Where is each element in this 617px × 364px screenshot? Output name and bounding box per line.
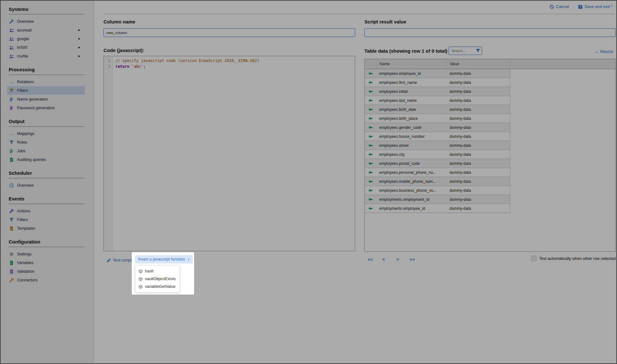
insert-field-arrow-button[interactable] (365, 107, 376, 112)
sidebar-item-processing-filters[interactable]: Filters (7, 86, 85, 95)
sidebar-item-output-mappings[interactable]: ↔Mappings (7, 129, 85, 138)
column-header-name: Name (376, 59, 446, 69)
column-header-blank (365, 59, 376, 69)
insert-field-arrow-button[interactable] (365, 152, 376, 157)
sidebar-item-label: csvfile (17, 54, 28, 58)
sidebar-item-processing-name-generation[interactable]: Name generation (7, 95, 85, 103)
arrow-left-icon (368, 152, 373, 157)
result-panel: Script result value Table data (showing … (364, 1, 616, 299)
table-search (449, 47, 482, 55)
test-script-button[interactable]: Test script (107, 258, 132, 262)
insert-field-arrow-button[interactable] (365, 161, 376, 166)
sidebar-item-label: hr500 (17, 45, 27, 50)
sidebar-item-events-filters[interactable]: Filters (7, 215, 85, 224)
doc-edit-icon (9, 106, 14, 110)
script-result-input[interactable] (364, 28, 616, 37)
insert-function-dropdown-button[interactable]: Insert a javascript function ▼ (135, 255, 193, 263)
sidebar-item-output-auditing-queries[interactable]: Auditing queries (7, 155, 85, 164)
insert-field-arrow-button[interactable] (365, 80, 376, 85)
function-name: vaultObjectExists (145, 277, 176, 281)
arrow-left-icon (368, 134, 373, 139)
sidebar-item-systems-hr500[interactable]: hr500▶ (7, 43, 85, 52)
cancel-button[interactable]: Cancel (550, 4, 569, 9)
page-prev-button[interactable]: < (382, 257, 385, 262)
sidebar-item-events-templates[interactable]: Templates (7, 224, 85, 233)
sidebar-item-systems-azuread[interactable]: azuread▶ (7, 26, 85, 34)
sidebar-item-systems-overview[interactable]: Overview (7, 17, 85, 26)
line-number: 1 (104, 58, 112, 64)
function-menu-item-vaultobjectexists[interactable]: vaultObjectExists (135, 275, 180, 283)
arrow-left-icon (368, 116, 373, 121)
section-title-systems: Systems (9, 6, 85, 14)
sidebar-item-systems-google[interactable]: google▶ (7, 34, 85, 43)
sidebar-item-label: Name generation (17, 97, 48, 102)
pagination: <<<>>> (364, 257, 461, 263)
sidebar-item-processing-relations[interactable]: ↔Relations (7, 77, 85, 86)
insert-field-arrow-button[interactable] (365, 188, 376, 193)
line-number: 2 (104, 64, 112, 69)
sidebar-item-configuration-variables[interactable]: Variables (7, 258, 85, 267)
section-title-configuration: Configuration (9, 239, 85, 247)
function-menu-item-hash[interactable]: hash (135, 267, 180, 275)
row-value: dummy-data (446, 179, 471, 184)
row-name: employees.mobile_phone_num... (376, 179, 446, 184)
chevron-right-icon: ▶ (78, 37, 80, 40)
table-row: employees.business_phone_nu...dummy-data (365, 186, 510, 195)
row-value: dummy-data (446, 161, 471, 166)
row-value: dummy-data (446, 152, 471, 157)
insert-field-arrow-button[interactable] (365, 98, 376, 103)
page-first-button[interactable]: << (368, 257, 373, 262)
column-name-label: Column name (103, 19, 135, 24)
insert-field-arrow-button[interactable] (365, 179, 376, 184)
sidebar-item-label: Filters (17, 218, 28, 222)
table-row: employments.employment_iddummy-data (365, 195, 510, 204)
sidebar-item-label: Validation (17, 269, 34, 274)
row-value: dummy-data (446, 98, 471, 103)
arrow-left-icon (368, 161, 373, 166)
sidebar-item-output-roles[interactable]: Roles (7, 138, 85, 146)
sidebar-item-configuration-settings[interactable]: ⚙Settings (7, 250, 85, 258)
table-row: employments.employee_iddummy-data (365, 204, 510, 213)
page-last-button[interactable]: >> (410, 257, 415, 262)
sidebar-item-label: Settings (17, 252, 31, 256)
code-line: // specify javascript code (version Ecma… (115, 58, 259, 64)
arrow-left-icon (368, 179, 373, 184)
function-menu-item-variablegetvalue[interactable]: variableGetValue (135, 283, 180, 290)
code-label: Code (javascript): (103, 48, 144, 53)
page-next-button[interactable]: > (397, 257, 399, 262)
sidebar-item-scheduler-overview[interactable]: Overview (7, 181, 85, 190)
insert-field-arrow-button[interactable] (365, 197, 376, 202)
sidebar-item-configuration-connectors[interactable]: Connectors (7, 276, 85, 284)
code-editor[interactable]: 12 // specify javascript code (version E… (103, 56, 355, 251)
arrow-left-icon (368, 170, 373, 175)
table-data-title: Table data (showing row 1 of 0 total) (364, 48, 447, 54)
row-name: employees.employee_id (376, 71, 446, 76)
insert-field-arrow-button[interactable] (365, 125, 376, 130)
insert-field-arrow-button[interactable] (365, 71, 376, 76)
insert-field-arrow-button[interactable] (365, 116, 376, 121)
sidebar-item-configuration-validation[interactable]: Validation (7, 267, 85, 276)
sidebar-item-output-jobs[interactable]: Jobs (7, 146, 85, 155)
insert-field-arrow-button[interactable] (365, 206, 376, 211)
auto-test-checkbox[interactable] (531, 256, 537, 261)
arrow-left-icon (368, 98, 373, 103)
sidebar-item-events-actions[interactable]: Actions (7, 207, 85, 215)
column-name-input[interactable] (103, 28, 355, 37)
save-and-exit-button[interactable]: Save and exit * (578, 4, 613, 9)
arrow-left-icon (368, 89, 373, 94)
arrow-left-icon (368, 206, 373, 211)
insert-field-arrow-button[interactable] (365, 134, 376, 139)
sidebar-item-label: Overview (17, 183, 34, 188)
app-window: SystemsOverviewazuread▶google▶hr500▶csvf… (0, 0, 617, 364)
insert-field-arrow-button[interactable] (365, 89, 376, 94)
sidebar-item-systems-csvfile[interactable]: csvfile▶ (7, 52, 85, 60)
sidebar-item-processing-password-generation[interactable]: Password generation (7, 103, 85, 112)
filter-icon (476, 49, 480, 53)
function-name: variableGetValue (145, 284, 175, 289)
row-name: employments.employment_id (376, 197, 446, 202)
script-result-label: Script result value (364, 19, 406, 24)
arrows-h-icon: ↔ (9, 131, 14, 136)
insert-field-arrow-button[interactable] (365, 170, 376, 175)
resize-button[interactable]: ↔ Resize (594, 49, 613, 54)
insert-field-arrow-button[interactable] (365, 143, 376, 148)
